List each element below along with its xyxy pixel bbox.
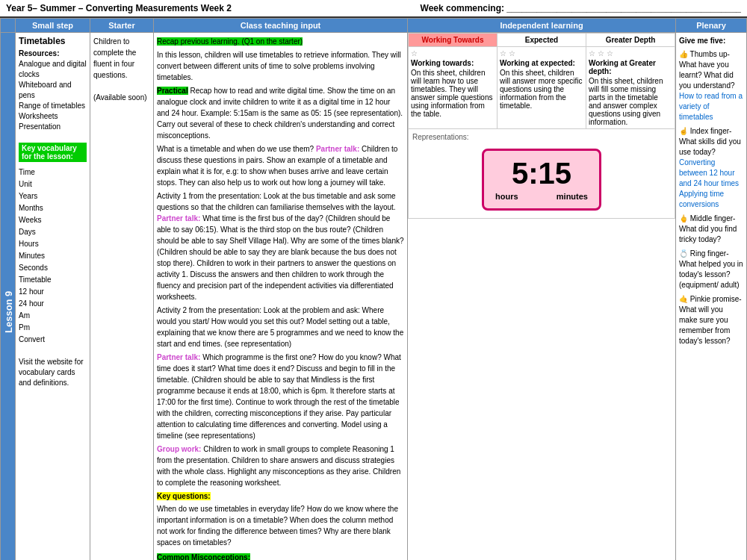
- vocab-list: TimeUnitYearsMonthsWeeksDaysHoursMinutes…: [19, 167, 87, 346]
- lesson-col-header: [1, 19, 16, 33]
- teaching-para1: In this lesson, children will use timeta…: [157, 49, 404, 83]
- teaching-para2: Practical Recap how to read and write di…: [157, 85, 404, 141]
- visit-text: Visit the website for vocabulary cards a…: [19, 357, 87, 388]
- thumb-link: How to read from a variety of timetables: [679, 92, 743, 121]
- expected-stars: ☆ ☆ Working at expected: On this sheet, …: [498, 47, 586, 129]
- teaching-para4: Activity 1 from the presentation: Look a…: [157, 190, 404, 302]
- index-link: Converting between 12 hour and 24 hour t…: [679, 158, 739, 187]
- header-bar: Year 5– Summer – Converting Measurements…: [0, 0, 747, 18]
- partner-talk-1: Partner talk:: [316, 145, 359, 153]
- representations-label: Representations:: [412, 133, 671, 141]
- teaching-para5: Activity 2 from the presentation: Look a…: [157, 305, 404, 349]
- practical-highlight: Practical: [157, 87, 188, 95]
- key-vocab-box: Key vocabulary for the lesson:: [19, 143, 87, 162]
- teaching-para3: What is a timetable and when do we use t…: [157, 143, 404, 188]
- plenary-header: Plenary: [676, 19, 747, 33]
- plenary-ring: 💍 Ring finger- What helped you in today'…: [679, 249, 743, 290]
- starter-cell: Children to complete the fluent in four …: [90, 33, 154, 561]
- key-questions-box: Key questions: When do we use timetables…: [157, 491, 404, 548]
- teaching-cell: Recap previous learning. (Q1 on the star…: [154, 33, 408, 561]
- independent-cell: Working Towards Expected Greater Depth ☆…: [408, 33, 676, 561]
- representations-cell: Representations: 5:15 hours minutes: [409, 129, 675, 219]
- resources-label: Resources:: [19, 49, 87, 57]
- clock-minutes-label: minutes: [557, 192, 588, 201]
- recap-highlight: Recap previous learning. (Q1 on the star…: [157, 37, 303, 46]
- partner-talk-2: Partner talk:: [157, 214, 200, 223]
- independent-header: Independent learning: [408, 19, 676, 33]
- header-week: Week commencing: _______________________…: [421, 3, 741, 13]
- index-link2: Applying time conversions: [679, 190, 724, 208]
- small-step-header: Small step: [16, 19, 90, 33]
- working-towards-stars: ☆ Working towards: On this sheet, childr…: [409, 47, 498, 129]
- key-questions-text: When do we use timetables in everyday li…: [157, 503, 404, 548]
- header-title: Year 5– Summer – Converting Measurements…: [6, 3, 232, 13]
- clock-display: 5:15 hours minutes: [482, 149, 601, 211]
- plenary-cell: Give me five: 👍 Thumbs up- What have you…: [676, 33, 747, 561]
- plenary-middle: 🖕 Middle finger- What did you find trick…: [679, 214, 743, 245]
- teaching-para6: Group work: Children to work in small gr…: [157, 444, 404, 488]
- common-misconceptions-highlight: Common Misconceptions:: [157, 553, 250, 560]
- group-work: Group work:: [157, 445, 201, 453]
- expected-header: Expected: [498, 34, 586, 47]
- key-questions-highlight: Key questions:: [157, 492, 211, 500]
- timetables-title: Timetables: [19, 36, 87, 46]
- plenary-index: ☝ Index finger- What skills did you use …: [679, 126, 743, 210]
- clock-time: 5:15: [492, 158, 592, 188]
- class-teaching-header: Class teaching input: [154, 19, 408, 33]
- greater-depth-header: Greater Depth: [586, 34, 675, 47]
- partner-talk-3: Partner talk:: [157, 353, 200, 361]
- plenary-pinkie: 🤙 Pinkie promise- What will you make sur…: [679, 294, 743, 346]
- clock-labels: hours minutes: [492, 192, 592, 201]
- plenary-thumb: 👍 Thumbs up- What have you learnt? What …: [679, 49, 743, 122]
- small-step-cell: Timetables Resources: Analogue and digit…: [16, 33, 90, 561]
- starter-header: Starter: [90, 19, 154, 33]
- resources-text: Analogue and digital clocksWhiteboard an…: [19, 59, 87, 132]
- working-towards-header: Working Towards: [409, 34, 498, 47]
- clock-hours-label: hours: [495, 192, 518, 201]
- plenary-intro: Give me five:: [679, 36, 743, 46]
- starter-text: Children to complete the fluent in four …: [93, 36, 150, 103]
- common-misconceptions-box: Common Misconceptions: How to read the t…: [157, 552, 404, 560]
- greater-depth-stars: ☆ ☆ ☆ Working at Greater depth: On this …: [586, 47, 675, 129]
- lesson-label: Lesson 9: [1, 33, 16, 561]
- teaching-para5b: Partner talk: Which programme is the fir…: [157, 352, 404, 441]
